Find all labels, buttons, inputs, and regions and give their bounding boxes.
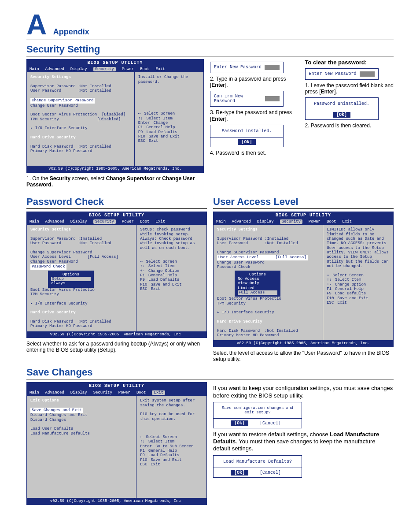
dlg-confirm-new[interactable]: Confirm New Password [210, 91, 284, 107]
dlg-load-defaults: Load Manufacture Defaults? [Ok][Cancel] [213, 455, 302, 478]
appendix-letter: A [26, 12, 47, 38]
section-security: Security Setting [26, 44, 394, 56]
bios-pwcheck: BIOS SETUP UTILITY MainAdvancedDisplaySe… [26, 212, 207, 338]
bios-save: BIOS SETUP UTILITY MainAdvancedDisplaySe… [26, 382, 207, 505]
dlg-installed: Password installed.[Ok] [210, 125, 284, 147]
dlg-enter-blank[interactable]: Enter New Password [305, 68, 379, 80]
security-caption: 1. On the Security screen, select Change… [26, 175, 204, 188]
section-useraccess: User Access Level [213, 196, 394, 209]
pwcheck-popup[interactable]: Options Setup Always [48, 271, 94, 288]
appendix-header: A Appendix [26, 12, 394, 40]
bios-security: BIOS SETUP UTILITY MainAdvancedDisplaySe… [26, 59, 204, 173]
section-pwcheck: Password Check [26, 196, 207, 209]
dlg-enter-new[interactable]: Enter New Password [210, 62, 284, 73]
dlg-uninstalled: Password uninstalled.[Ok] [305, 97, 379, 120]
dlg-save-confirm: Save configuration changes and exit setu… [213, 402, 302, 428]
clear-head: To clear the password: [305, 59, 394, 66]
bios-useraccess: BIOS SETUP UTILITY MainAdvancedDisplaySe… [213, 212, 394, 347]
ua-popup[interactable]: Options No Access View Only Limited Full… [235, 271, 280, 297]
bios-menubar: MainAdvancedDisplaySecurityPowerBootExit [27, 66, 203, 72]
section-save: Save Changes [26, 367, 394, 379]
appendix-label: Appendix [53, 27, 89, 37]
